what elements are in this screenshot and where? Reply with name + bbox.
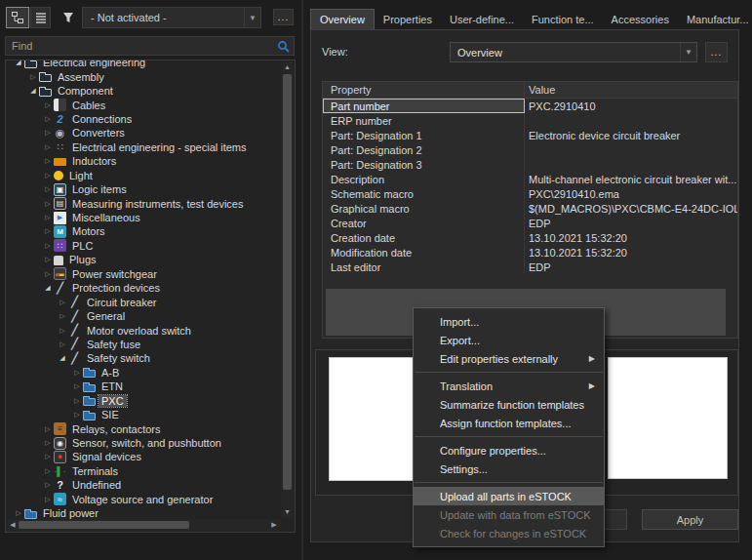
tree-vscrollbar[interactable]: ▲ ▼ (281, 61, 294, 518)
tree-item-connections[interactable]: ▷2Connections (7, 112, 280, 126)
value-cell[interactable] (525, 142, 737, 157)
value-cell[interactable]: EDP (525, 260, 737, 274)
expand-icon[interactable]: ▷ (42, 256, 54, 263)
menu-item-upload-all-parts-in-estock[interactable]: Upload all parts in eSTOCK (414, 487, 604, 505)
menu-item-edit-properties-externally[interactable]: Edit properties externally▶ (414, 349, 604, 368)
tree-item-electrical-engineering-special-items[interactable]: ▷∷Electrical engineering - special items (7, 140, 280, 154)
tree-item-voltage-source-and-generator[interactable]: ▷≈Voltage source and generator (7, 493, 280, 506)
table-row-part-designation-2[interactable]: Part: Designation 2 (323, 142, 737, 157)
chevron-down-icon[interactable]: ▼ (244, 8, 260, 27)
tree-item-circuit-breaker[interactable]: ▷╱Circuit breaker (7, 295, 280, 308)
tree-item-cables[interactable]: ▷Cables (7, 98, 280, 111)
value-cell[interactable] (525, 157, 737, 172)
tree-item-assembly[interactable]: ▷Assembly (7, 69, 280, 83)
column-header-property[interactable]: Property (323, 82, 525, 98)
table-row-description[interactable]: DescriptionMulti-channel electronic circ… (323, 172, 737, 186)
scroll-down-icon[interactable]: ▼ (281, 506, 294, 518)
tree-item-plc[interactable]: ▷∷PLC (7, 239, 280, 253)
scheme-dropdown[interactable]: - Not activated - ▼ (82, 7, 261, 28)
graphic-preview[interactable] (608, 357, 728, 479)
tree-item-power-switchgear[interactable]: ▷▬Power switchgear (7, 267, 280, 281)
chevron-down-icon[interactable]: ▼ (680, 43, 696, 61)
property-cell[interactable]: Part: Designation 1 (323, 128, 525, 142)
expand-icon[interactable]: ▷ (71, 382, 83, 390)
tree-item-general[interactable]: ▷╱General (7, 309, 280, 323)
tree-item-electrical-engineering[interactable]: ◢Electrical engineering (7, 60, 280, 69)
expand-icon[interactable]: ▷ (71, 397, 83, 405)
expand-icon[interactable]: ▷ (42, 496, 54, 503)
scroll-right-icon[interactable]: ▶ (268, 519, 280, 531)
property-cell[interactable]: ERP number (323, 113, 525, 128)
menu-item-export[interactable]: Export... (414, 331, 604, 349)
tree-item-motor-overload-switch[interactable]: ▷╱Motor overload switch (7, 323, 280, 337)
tree-view-button[interactable] (6, 7, 29, 28)
property-cell[interactable]: Modification date (323, 245, 525, 260)
tree-item-signal-devices[interactable]: ▷●Signal devices (7, 450, 280, 463)
tree-item-sensor-switch-and-pushbutton[interactable]: ▷◉Sensor, switch, and pushbutton (7, 436, 280, 450)
panel-splitter[interactable] (301, 0, 303, 560)
table-row-part-designation-3[interactable]: Part: Designation 3 (323, 157, 737, 172)
tab-user-define[interactable]: User-define... (441, 10, 523, 30)
tree-hscroll-thumb[interactable] (19, 521, 189, 529)
tree-item-terminals[interactable]: ▷·▌·Terminals (7, 464, 280, 478)
expand-icon[interactable]: ▷ (57, 312, 68, 320)
tree-item-undefined[interactable]: ▷?Undefined (7, 478, 280, 492)
expand-icon[interactable]: ▷ (71, 369, 83, 377)
table-row-erp-number[interactable]: ERP number (323, 113, 737, 128)
tree-hscrollbar[interactable]: ◀ ▶ (7, 519, 280, 531)
table-row-creator[interactable]: CreatorEDP (323, 216, 737, 230)
menu-item-configure-properties[interactable]: Configure properties... (414, 441, 604, 460)
menu-item-translation[interactable]: Translation▶ (414, 377, 604, 395)
tree-item-light[interactable]: ▷Light (7, 169, 280, 182)
tree-item-pxc[interactable]: ▷PXC (7, 394, 280, 408)
expand-icon[interactable]: ▷ (42, 270, 54, 278)
expand-icon[interactable]: ▷ (42, 214, 54, 221)
expand-icon[interactable]: ▷ (42, 157, 54, 165)
table-row-modification-date[interactable]: Modification date13.10.2021 15:32:20 (323, 245, 737, 260)
menu-item-import[interactable]: Import... (414, 312, 604, 331)
menu-item-settings[interactable]: Settings... (414, 460, 604, 478)
scroll-up-icon[interactable]: ▲ (281, 61, 294, 73)
tree-item-plugs[interactable]: ▷Plugs (7, 253, 280, 266)
scroll-left-icon[interactable]: ◀ (7, 519, 19, 531)
value-cell[interactable]: Multi-channel electronic circuit breaker… (525, 172, 737, 186)
collapse-icon[interactable]: ◢ (42, 284, 54, 292)
expand-icon[interactable]: ▷ (42, 467, 54, 475)
tree-item-etn[interactable]: ▷ETN (7, 380, 280, 393)
table-row-schematic-macro[interactable]: Schematic macroPXC\2910410.ema (323, 186, 737, 201)
property-cell[interactable]: Creator (323, 216, 525, 230)
collapse-icon[interactable]: ◢ (57, 354, 68, 362)
value-cell[interactable]: EDP (525, 216, 737, 230)
tab-overview[interactable]: Overview (310, 9, 375, 30)
expand-icon[interactable]: ▷ (57, 327, 68, 335)
tree-item-inductors[interactable]: ▷Inductors (7, 154, 280, 168)
filter-button[interactable] (59, 7, 77, 28)
collapse-icon[interactable]: ◢ (27, 87, 39, 95)
tree-item-component[interactable]: ◢Component (7, 84, 280, 98)
tree-item-relays-contactors[interactable]: ▷≡Relays, contactors (7, 421, 280, 435)
expand-icon[interactable]: ▷ (42, 481, 54, 489)
expand-icon[interactable]: ▷ (42, 143, 54, 151)
expand-icon[interactable]: ▷ (57, 299, 68, 306)
expand-icon[interactable]: ▷ (42, 242, 54, 250)
tree-item-measuring-instruments-test-devices[interactable]: ▷▤Measuring instruments, test devices (7, 196, 280, 210)
tree-item-logic-items[interactable]: ▷▣Logic items (7, 182, 280, 196)
property-cell[interactable]: Schematic macro (323, 186, 525, 201)
view-more-button[interactable]: ... (705, 42, 728, 62)
value-cell[interactable]: $(MD_MACROS)\PXC\CBMC-E4-24DC-IOL... (525, 201, 737, 216)
tab-manufactur[interactable]: Manufactur... (678, 10, 752, 30)
value-cell[interactable] (525, 113, 737, 128)
tree-item-motors[interactable]: ▷MMotors (7, 224, 280, 238)
tree-item-safety-fuse[interactable]: ▷╱Safety fuse (7, 338, 280, 351)
value-cell[interactable]: 13.10.2021 15:32:20 (525, 245, 737, 260)
tree-vscroll-thumb[interactable] (283, 74, 292, 490)
table-row-part-number[interactable]: Part numberPXC.2910410 (323, 99, 737, 113)
expand-icon[interactable]: ▷ (57, 340, 68, 348)
collapse-icon[interactable]: ◢ (13, 60, 24, 66)
value-cell[interactable]: PXC\2910410.ema (525, 186, 737, 201)
tree-item-safety-switch[interactable]: ◢╱Safety switch (7, 351, 280, 365)
tree-item-a-b[interactable]: ▷A-B (7, 366, 280, 380)
table-row-part-designation-1[interactable]: Part: Designation 1Electronic device cir… (323, 128, 737, 142)
tab-accessories[interactable]: Accessories (603, 10, 678, 30)
tree-item-sie[interactable]: ▷SIE (7, 408, 280, 421)
